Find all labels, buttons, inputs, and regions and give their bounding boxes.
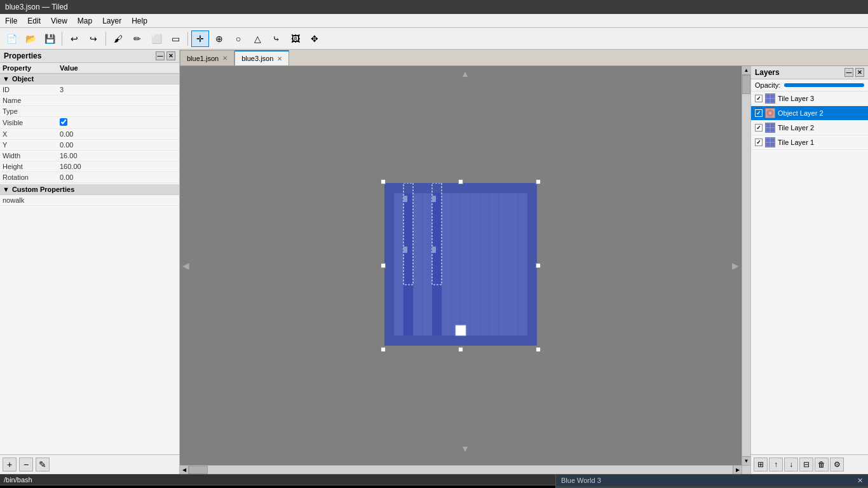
prop-x-val: 0.00 [60, 130, 177, 138]
menu-file[interactable]: File [0, 15, 22, 27]
scroll-h-thumb[interactable] [189, 466, 208, 474]
section-arrow: ▼ [3, 75, 10, 83]
add-layer-button[interactable]: ⊞ [754, 458, 768, 471]
layer-tile2[interactable]: ✓ Tile Layer 2 [751, 121, 868, 135]
layer-object2[interactable]: ✓ Object Layer 2 [751, 106, 868, 121]
menu-view[interactable]: View [46, 15, 72, 27]
handle-tr[interactable] [536, 179, 541, 184]
image-tool[interactable]: 🖼 [287, 30, 304, 47]
handle-tl[interactable] [381, 179, 386, 184]
handle-right[interactable] [536, 263, 541, 268]
sep2 [105, 32, 106, 46]
poly-tool[interactable]: △ [248, 30, 266, 47]
layer-tile1[interactable]: ✓ Tile Layer 1 [751, 135, 868, 150]
save-button[interactable]: 💾 [41, 30, 58, 47]
tab-blue1-close[interactable]: ✕ [222, 55, 227, 62]
sep3 [187, 32, 188, 46]
tab-blue1[interactable]: blue1.json ✕ [180, 50, 234, 65]
map-scroll-h[interactable]: ◀ ▶ [180, 465, 742, 474]
scroll-h-right[interactable]: ▶ [733, 466, 742, 474]
terminal-wrapper: /bin/bash [0] INFO: Cache: uploaded: A_T… [0, 475, 555, 488]
game-preview-close[interactable]: ✕ [857, 477, 863, 485]
scroll-v-up[interactable]: ▲ [742, 66, 750, 75]
pan-tool[interactable]: ✥ [306, 30, 323, 47]
layer-object2-checkbox[interactable]: ✓ [755, 109, 763, 117]
fill-tool[interactable]: ⬜ [147, 30, 165, 47]
layer-tile3[interactable]: ✓ Tile Layer 3 [751, 92, 868, 106]
visible-checkbox[interactable] [60, 118, 67, 126]
layers-footer: ⊞ ↑ ↓ ⊟ 🗑 ⚙ [751, 454, 868, 474]
prop-y-key: Y [3, 141, 60, 149]
nav-left-arrow[interactable]: ◀ [182, 261, 189, 271]
tab-bar: blue1.json ✕ blue3.json ✕ [180, 50, 868, 66]
add-property-button[interactable]: + [3, 458, 17, 471]
prop-type-val[interactable] [60, 107, 177, 115]
menu-layer[interactable]: Layer [97, 15, 126, 27]
custom-section: ▼ Custom Properties [0, 184, 179, 195]
handle-bl[interactable] [381, 347, 386, 352]
svg-rect-59 [771, 143, 774, 146]
undo-button[interactable]: ↩ [65, 30, 83, 47]
prop-name-val[interactable] [60, 97, 177, 104]
menu-edit[interactable]: Edit [22, 15, 46, 27]
prop-nowalk-val[interactable] [60, 196, 177, 204]
menu-map[interactable]: Map [72, 15, 97, 27]
move-layer-down[interactable]: ↓ [784, 458, 798, 471]
properties-minimize[interactable]: — [156, 51, 165, 60]
layers-minimize[interactable]: — [844, 68, 853, 77]
move-tool[interactable]: ⊕ [210, 30, 228, 47]
handle-br[interactable] [536, 347, 541, 352]
prop-height-key: Height [3, 163, 60, 170]
delete-layer[interactable]: 🗑 [815, 458, 829, 471]
handle-top[interactable] [458, 179, 463, 184]
handle-bottom[interactable] [458, 347, 463, 352]
layer-properties[interactable]: ⚙ [830, 458, 844, 471]
svg-rect-53 [771, 124, 774, 127]
nav-top: ▲ [461, 69, 470, 79]
properties-close[interactable]: ✕ [166, 51, 175, 60]
edit-property-button[interactable]: ✎ [36, 458, 50, 471]
scroll-v-thumb[interactable] [742, 75, 750, 94]
duplicate-layer[interactable]: ⊟ [799, 458, 813, 471]
eraser-tool[interactable]: ✏ [128, 30, 146, 47]
nav-down-arrow[interactable]: ▼ [461, 444, 470, 454]
nav-bottom: ▼ [461, 444, 470, 454]
layer-tile2-checkbox[interactable]: ✓ [755, 124, 763, 132]
circle-tool[interactable]: ○ [229, 30, 247, 47]
new-button[interactable]: 📄 [3, 30, 20, 47]
menu-help[interactable]: Help [126, 15, 153, 27]
open-button[interactable]: 📂 [22, 30, 39, 47]
remove-property-button[interactable]: − [19, 458, 33, 471]
move-layer-up[interactable]: ↑ [769, 458, 783, 471]
redo-button[interactable]: ↪ [85, 30, 102, 47]
map-svg[interactable] [384, 183, 537, 348]
section-label: Object [12, 75, 34, 83]
nav-right-arrow[interactable]: ▶ [732, 261, 739, 271]
scroll-h-left[interactable]: ◀ [180, 466, 189, 474]
map-scroll-v[interactable]: ▲ ▼ [742, 66, 750, 465]
nav-up-arrow[interactable]: ▲ [461, 69, 470, 79]
layer-tile3-checkbox[interactable]: ✓ [755, 95, 763, 102]
titlebar: blue3.json — Tiled [0, 0, 868, 14]
handle-left[interactable] [381, 263, 386, 268]
layers-close[interactable]: ✕ [855, 68, 864, 77]
opacity-slider[interactable] [784, 83, 864, 87]
path-tool[interactable]: ⤷ [268, 30, 285, 47]
tile-layer1-icon [765, 137, 775, 147]
svg-rect-47 [771, 95, 774, 98]
sep1 [62, 32, 62, 46]
tab-blue3[interactable]: blue3.json ✕ [234, 50, 289, 65]
terminal-title: /bin/bash [4, 476, 32, 484]
svg-rect-46 [766, 95, 770, 98]
svg-rect-43 [432, 196, 436, 202]
map-inner[interactable] [180, 66, 742, 465]
layer-tile3-label: Tile Layer 3 [778, 95, 864, 102]
prop-nowalk-key: nowalk [3, 196, 60, 204]
scroll-v-down[interactable]: ▼ [742, 456, 750, 465]
select-cursor[interactable]: ✛ [191, 30, 209, 47]
terminal[interactable]: [0] INFO: Cache: uploaded: A_Travellers_… [0, 485, 555, 488]
select-tool[interactable]: ▭ [166, 30, 184, 47]
layer-tile1-checkbox[interactable]: ✓ [755, 139, 763, 146]
stamp-tool[interactable]: 🖌 [109, 30, 127, 47]
tab-blue3-close[interactable]: ✕ [277, 55, 282, 62]
